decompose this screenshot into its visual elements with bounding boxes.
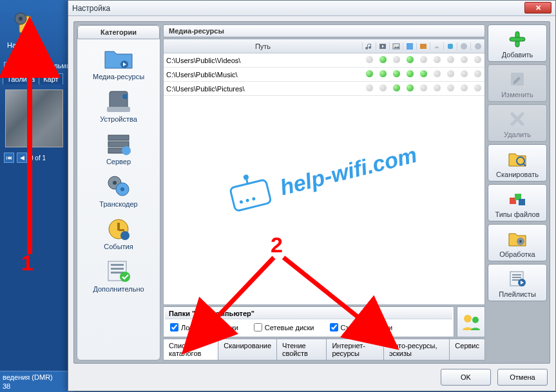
status-dot-green[interactable]: [403, 56, 417, 64]
status-dot-grey[interactable]: [430, 70, 444, 79]
status-dot-grey[interactable]: [471, 70, 484, 79]
tab-internet[interactable]: Интернет-ресурсы: [327, 339, 384, 360]
status-dot-green[interactable]: [403, 84, 417, 93]
status-dot-green[interactable]: [403, 70, 417, 79]
process-icon: [506, 229, 529, 249]
col-type5-icon[interactable]: [417, 42, 430, 50]
status-dot-green[interactable]: [390, 70, 403, 79]
status-bar: ведения (DMR) 38: [0, 371, 73, 392]
tab-props[interactable]: Чтение свойств: [277, 339, 327, 360]
pager-first-icon[interactable]: ⏮: [4, 153, 14, 163]
svg-point-13: [113, 181, 117, 185]
checkbox-network-input[interactable]: [254, 323, 262, 331]
svg-rect-28: [420, 44, 427, 49]
category-transcoder[interactable]: Транскодер: [79, 171, 158, 213]
process-button[interactable]: Обработка: [488, 224, 547, 261]
tab-photo[interactable]: Фото-ресурсы, эскизы: [384, 339, 450, 360]
close-button[interactable]: ✕: [524, 2, 551, 14]
tab-service[interactable]: Сервис: [450, 339, 484, 360]
col-type6-icon[interactable]: [430, 42, 444, 50]
background-app: Настройки ✓ Список [Фильмы Таблица Карт …: [0, 0, 73, 392]
section-title: Медиа-ресурсы: [163, 24, 485, 37]
svg-point-33: [472, 317, 479, 323]
categories-panel: Категории Медиа-ресурсы Устройства Серве…: [77, 24, 160, 360]
status-dot-grey[interactable]: [430, 84, 444, 93]
status-dot-grey[interactable]: [363, 84, 376, 93]
rows: C:\Users\Public\Videos\C:\Users\Public\M…: [164, 53, 484, 96]
status-dot-grey[interactable]: [444, 70, 457, 79]
status-dot-green[interactable]: [417, 70, 430, 79]
category-events[interactable]: События: [79, 213, 158, 256]
category-devices[interactable]: Устройства: [79, 86, 158, 128]
cancel-button[interactable]: Отмена: [497, 369, 548, 386]
tab-list[interactable]: Список каталогов: [164, 339, 218, 360]
status-dot-grey[interactable]: [417, 56, 430, 64]
status-dot-green[interactable]: [376, 56, 390, 64]
status-dot-grey[interactable]: [390, 56, 403, 64]
col-type8-icon[interactable]: [457, 42, 471, 50]
filetypes-button[interactable]: Типы файлов: [488, 184, 547, 221]
svg-rect-45: [512, 277, 521, 278]
status-dot-grey[interactable]: [430, 56, 444, 64]
category-media[interactable]: Медиа-ресурсы: [79, 43, 158, 86]
status-dot-green[interactable]: [363, 70, 376, 79]
scan-icon: [506, 149, 529, 169]
tab-table[interactable]: Таблица: [3, 73, 39, 84]
status-dot-grey[interactable]: [457, 84, 471, 93]
router-icon: [229, 178, 273, 212]
svg-rect-5: [107, 107, 130, 112]
status-dot-grey[interactable]: [376, 84, 390, 93]
cell-path: C:\Users\Public\Pictures\: [164, 85, 363, 93]
status-dot-grey[interactable]: [457, 56, 471, 64]
svg-rect-21: [111, 268, 124, 270]
users-button[interactable]: [457, 306, 485, 337]
add-button[interactable]: Добавить: [488, 24, 547, 62]
status-dot-grey[interactable]: [417, 84, 430, 93]
thumbnail[interactable]: [5, 89, 63, 147]
col-type9-icon[interactable]: [471, 42, 484, 50]
status-dot-grey[interactable]: [471, 56, 484, 64]
svg-point-2: [19, 17, 23, 21]
status-dot-grey[interactable]: [457, 70, 471, 79]
status-dot-grey[interactable]: [444, 56, 457, 64]
actions-panel: Добавить Изменить Удалить Сканировать: [488, 24, 547, 360]
playlists-button[interactable]: Плейлисты: [488, 264, 547, 301]
checkbox-local[interactable]: Локальные диски: [170, 323, 238, 331]
col-type7-icon[interactable]: [444, 42, 457, 50]
ok-button[interactable]: OK: [441, 369, 491, 386]
pager-prev-icon[interactable]: ◀: [17, 153, 27, 163]
folders-box: Папки "Мой компьютер" Локальные диски Се…: [163, 306, 454, 337]
status-dot-green[interactable]: [390, 84, 403, 93]
checkbox-removable[interactable]: Съемные диски: [330, 323, 393, 331]
settings-button[interactable]: Настройки: [5, 5, 44, 53]
svg-rect-20: [111, 264, 124, 266]
table-row[interactable]: C:\Users\Public\Music\: [164, 68, 484, 82]
col-music-icon[interactable]: [363, 42, 376, 50]
folders-wrap: Папки "Мой компьютер" Локальные диски Се…: [163, 306, 485, 337]
checkbox-network[interactable]: Сетевые диски: [254, 323, 314, 331]
category-advanced[interactable]: Дополнительно: [79, 256, 158, 298]
col-type4-icon[interactable]: [403, 42, 417, 50]
col-video-icon[interactable]: [376, 42, 390, 50]
svg-point-10: [122, 146, 131, 155]
watermark: help-wifi.com: [229, 142, 419, 212]
status-dot-grey[interactable]: [363, 56, 376, 64]
category-server[interactable]: Сервер: [79, 128, 158, 171]
status-dot-grey[interactable]: [471, 84, 484, 93]
window-title: Настройка: [72, 4, 110, 13]
tab-card[interactable]: Карт: [39, 73, 62, 84]
checkbox-local-input[interactable]: [170, 323, 178, 331]
menu-list[interactable]: Список: [14, 62, 37, 70]
folders-row: Локальные диски Сетевые диски Съемные ди…: [165, 319, 452, 335]
status-dot-green[interactable]: [376, 70, 390, 79]
column-path[interactable]: Путь: [164, 42, 363, 50]
table-row[interactable]: C:\Users\Public\Videos\: [164, 53, 484, 68]
scan-button[interactable]: Сканировать: [488, 144, 547, 182]
tab-scan[interactable]: Сканирование: [218, 339, 277, 360]
bg-menubar: ✓ Список [Фильмы: [0, 61, 73, 71]
col-photo-icon[interactable]: [390, 42, 403, 50]
checkbox-removable-input[interactable]: [330, 323, 338, 331]
table-row[interactable]: C:\Users\Public\Pictures\: [164, 82, 484, 96]
status-dot-grey[interactable]: [444, 84, 457, 93]
edit-icon: [506, 69, 529, 89]
